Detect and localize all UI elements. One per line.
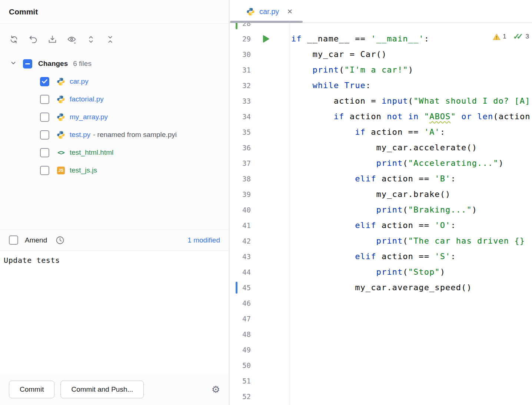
- file-name[interactable]: test_html.html: [70, 148, 113, 157]
- code-line-32: 32 while True:: [229, 78, 532, 93]
- refresh-icon[interactable]: [8, 34, 19, 45]
- code-line-46: 46: [229, 295, 532, 311]
- code-text[interactable]: my_car.brake(): [291, 187, 450, 202]
- code-text[interactable]: print("The car has driven {}: [291, 233, 525, 249]
- code-text[interactable]: my_car.accelerate(): [291, 140, 477, 155]
- changes-checkbox[interactable]: [23, 59, 32, 68]
- commit-history-clock-icon[interactable]: [55, 235, 65, 245]
- code-text[interactable]: print("Accelerating..."): [291, 155, 504, 171]
- file-checkbox[interactable]: [40, 95, 49, 104]
- code-text[interactable]: if __name__ == '__main__':: [291, 31, 429, 47]
- code-text[interactable]: elif action == 'B':: [291, 171, 456, 187]
- editor-body[interactable]: 2829if __name__ == '__main__':30 my_car …: [229, 23, 532, 405]
- file-row-test.py[interactable]: test.py- renamed from sample.pyi: [0, 126, 229, 144]
- changes-tree: Changes 6 files car.pyfactorial.pymy_arr…: [0, 55, 229, 179]
- commit-message-input[interactable]: Update tests: [0, 250, 229, 374]
- commit-button[interactable]: Commit: [9, 381, 54, 398]
- changes-file-list: car.pyfactorial.pymy_array.pytest.py- re…: [0, 73, 229, 179]
- tree-empty-space: [0, 179, 229, 230]
- file-checkbox[interactable]: [40, 148, 49, 157]
- file-name[interactable]: my_array.py: [70, 113, 108, 121]
- code-text[interactable]: print("I'm a car!"): [291, 62, 413, 78]
- line-number: 40: [229, 202, 251, 218]
- changes-group-row[interactable]: Changes 6 files: [0, 55, 229, 73]
- code-line-35: 35 if action == 'A':: [229, 124, 532, 140]
- file-name[interactable]: car.py: [70, 77, 89, 86]
- line-number: 29: [229, 31, 251, 47]
- code-line-39: 39 my_car.brake(): [229, 187, 532, 202]
- expand-all-icon[interactable]: [85, 34, 96, 45]
- code-line-45: 45 my_car.average_speed(): [229, 280, 532, 295]
- shelve-icon[interactable]: [47, 34, 58, 45]
- code-line-31: 31 print("I'm a car!"): [229, 62, 532, 78]
- code-line-34: 34 if action not in "ABOS" or len(action: [229, 109, 532, 124]
- code-line-51: 51: [229, 373, 532, 389]
- double-check-icon: ✓✓: [513, 32, 523, 41]
- file-name[interactable]: factorial.py: [70, 95, 104, 103]
- line-number: 28: [229, 23, 251, 31]
- code-line-40: 40 print("Braking..."): [229, 202, 532, 218]
- python-icon: [57, 95, 65, 104]
- code-line-47: 47: [229, 311, 532, 327]
- inspections-widget[interactable]: 1 ✓✓ 3: [493, 32, 529, 41]
- file-name[interactable]: test.py: [70, 131, 90, 139]
- line-number: 48: [229, 327, 251, 342]
- code-line-36: 36 my_car.accelerate(): [229, 140, 532, 155]
- application-window: Commit: [0, 0, 532, 405]
- line-number: 43: [229, 249, 251, 264]
- editor-area: car.py × 2829if __name__ == '__main__':3…: [229, 0, 532, 405]
- show-diff-eye-icon[interactable]: [66, 34, 77, 45]
- rollback-icon[interactable]: [27, 34, 39, 45]
- amend-row: Amend 1 modified: [0, 230, 229, 250]
- line-number: 50: [229, 358, 251, 373]
- file-checkbox[interactable]: [40, 166, 49, 175]
- file-row-test_html.html[interactable]: <>test_html.html: [0, 144, 229, 161]
- close-icon[interactable]: ×: [287, 7, 292, 16]
- line-number: 49: [229, 342, 251, 358]
- collapse-all-icon[interactable]: [104, 34, 116, 45]
- code-line-30: 30 my_car = Car(): [229, 47, 532, 62]
- file-checkbox[interactable]: [40, 130, 49, 140]
- line-number: 32: [229, 78, 251, 93]
- line-number: 51: [229, 373, 251, 389]
- modified-files-link[interactable]: 1 modified: [187, 236, 220, 244]
- code-area[interactable]: 2829if __name__ == '__main__':30 my_car …: [229, 23, 532, 405]
- python-icon: [57, 113, 65, 121]
- line-number: 41: [229, 218, 251, 233]
- code-text[interactable]: print("Stop"): [291, 264, 445, 280]
- editor-tab-bar: car.py ×: [229, 0, 532, 23]
- file-row-my_array.py[interactable]: my_array.py: [0, 108, 229, 126]
- code-text[interactable]: while True:: [291, 78, 371, 93]
- changes-count: 6 files: [73, 60, 92, 68]
- code-text[interactable]: elif action == 'O':: [291, 218, 456, 233]
- file-row-factorial.py[interactable]: factorial.py: [0, 90, 229, 108]
- code-text[interactable]: action = input("What should I do? [A]: [291, 93, 531, 109]
- line-number: 38: [229, 171, 251, 187]
- commit-actions-bar: Commit Commit and Push... ⚙: [0, 374, 229, 405]
- file-row-test_js.js[interactable]: JStest_js.js: [0, 161, 229, 179]
- code-text[interactable]: print("Braking..."): [291, 202, 477, 218]
- amend-label: Amend: [25, 236, 47, 244]
- code-line-52: 52: [229, 389, 532, 404]
- js-icon: JS: [57, 167, 65, 174]
- code-text[interactable]: if action == 'A':: [291, 124, 445, 140]
- code-text[interactable]: my_car.average_speed(): [291, 280, 472, 295]
- settings-gear-icon[interactable]: ⚙: [212, 385, 220, 394]
- python-icon: [57, 77, 65, 86]
- commit-and-push-button[interactable]: Commit and Push...: [60, 381, 144, 398]
- tab-car-py[interactable]: car.py ×: [229, 0, 298, 23]
- chevron-down-icon[interactable]: [10, 59, 17, 68]
- code-text[interactable]: if action not in "ABOS" or len(action: [291, 109, 531, 124]
- file-checkbox[interactable]: [40, 113, 49, 122]
- code-text[interactable]: elif action == 'S':: [291, 249, 456, 264]
- code-line-43: 43 elif action == 'S':: [229, 249, 532, 264]
- amend-checkbox[interactable]: [9, 235, 18, 245]
- run-button[interactable]: [262, 35, 270, 44]
- file-row-car.py[interactable]: car.py: [0, 73, 229, 90]
- passed-count: 3: [526, 33, 529, 40]
- file-name[interactable]: test_js.js: [70, 166, 97, 174]
- code-text[interactable]: my_car = Car(): [291, 47, 387, 62]
- file-checkbox[interactable]: [40, 77, 49, 86]
- html-icon: <>: [57, 149, 65, 156]
- line-number: 34: [229, 109, 251, 124]
